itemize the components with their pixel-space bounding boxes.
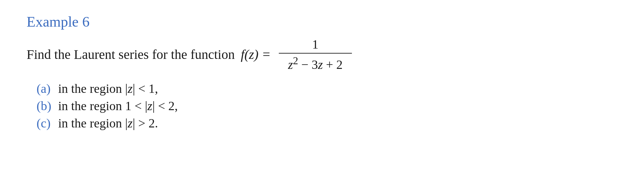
part-c-label: (c) (37, 116, 55, 130)
part-c: (c) in the region |z| > 2. (37, 116, 617, 130)
fraction: 1 z2 − 3z + 2 (279, 37, 352, 72)
problem-prefix: Find the Laurent series for the function (27, 47, 235, 62)
parts-list: (a) in the region |z| < 1, (b) in the re… (27, 81, 617, 130)
function-name: f(z) = (241, 47, 270, 62)
part-b: (b) in the region 1 < |z| < 2, (37, 98, 617, 113)
part-a-label: (a) (37, 81, 55, 96)
part-b-text: in the region 1 < |z| < 2, (58, 98, 178, 113)
part-a: (a) in the region |z| < 1, (37, 81, 617, 96)
page-container: Example 6 Find the Laurent series for th… (0, 0, 644, 189)
part-b-label: (b) (37, 98, 55, 113)
problem-statement: Find the Laurent series for the function… (27, 37, 617, 72)
part-c-text: in the region |z| > 2. (58, 116, 158, 130)
fraction-denominator: z2 − 3z + 2 (288, 54, 343, 72)
part-a-text: in the region |z| < 1, (58, 81, 158, 96)
fraction-numerator: 1 (309, 37, 322, 53)
example-title: Example 6 (27, 13, 617, 30)
